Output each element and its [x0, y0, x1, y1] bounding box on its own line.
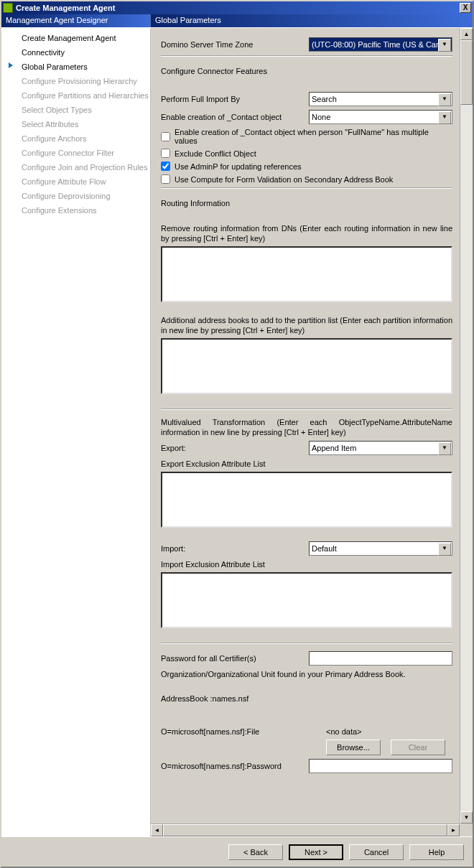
cb-enable-fullname[interactable]: [161, 132, 170, 141]
nav-item[interactable]: Create Management Agent: [1, 31, 150, 45]
scroll-right-icon[interactable]: ►: [447, 824, 460, 836]
scroll-thumb-h[interactable]: [163, 824, 447, 836]
timezone-select[interactable]: (UTC-08:00) Pacific Time (US & Can: [309, 37, 452, 52]
certifier-password-input[interactable]: [309, 651, 452, 666]
password2-label: O=microsoft[names.nsf]:Password: [161, 762, 309, 770]
nav-item: Configure Attribute Flow: [1, 174, 150, 189]
certifier-password-label: Password for all Certifier(s): [161, 654, 309, 663]
help-button[interactable]: Help: [409, 844, 464, 860]
address-book-text: AddressBook :names.nsf: [161, 694, 452, 704]
connector-features-title: Configure Connector Features: [161, 67, 452, 75]
import-excl-textarea[interactable]: [161, 572, 452, 628]
addbooks-textarea[interactable]: [161, 338, 452, 394]
cb-use-adminp[interactable]: [161, 162, 170, 171]
nav-item: Configure Extensions: [1, 203, 150, 218]
routing-title: Routing Information: [161, 199, 452, 207]
column-headers: Management Agent Designer Global Paramet…: [1, 14, 473, 27]
addbooks-desc: Additional address books to add to the p…: [161, 315, 452, 335]
import-select[interactable]: Default: [309, 541, 452, 556]
scroll-corner: [460, 823, 473, 836]
export-excl-textarea[interactable]: [161, 472, 452, 528]
import-excl-label: Import Exclusion Attribute List: [161, 559, 452, 569]
cb-use-compute[interactable]: [161, 174, 170, 184]
content-header: Global Parameters: [151, 14, 473, 27]
clear-button[interactable]: Clear: [391, 739, 445, 755]
dialog-body: Create Management Agent Connectivity Glo…: [1, 27, 473, 836]
nav-item-current[interactable]: Global Parameters: [1, 60, 150, 74]
cancel-button[interactable]: Cancel: [349, 844, 404, 860]
routing-textarea[interactable]: [161, 246, 452, 302]
org-unit-text: Organization/Organizational Unit found i…: [161, 669, 452, 679]
import-label: Import:: [161, 544, 309, 553]
vertical-scrollbar[interactable]: ▲ ▼: [460, 28, 473, 823]
file-value: <no data>: [326, 727, 452, 736]
browse-button[interactable]: Browse...: [326, 739, 381, 755]
scroll-down-icon[interactable]: ▼: [460, 811, 473, 823]
app-icon: [3, 3, 13, 13]
main-panel: Domino Server Time Zone (UTC-08:00) Paci…: [151, 28, 473, 836]
cb-exclude-conflict[interactable]: [161, 149, 170, 158]
nav-item: Configure Deprovisioning: [1, 189, 150, 203]
export-label: Export:: [161, 444, 309, 452]
password2-input[interactable]: [309, 759, 452, 773]
nav-item: Select Object Types: [1, 103, 150, 117]
cb-use-adminp-label: Use AdminP for updating references: [175, 162, 302, 171]
multivalued-desc: Multivalued Transformation (Enter each O…: [161, 417, 452, 437]
dialog-window: Create Management Agent X Management Age…: [0, 0, 474, 868]
nav-item: Configure Join and Projection Rules: [1, 160, 150, 174]
next-button[interactable]: Next >: [289, 844, 343, 860]
separator: [161, 55, 452, 57]
nav-item: Configure Partitions and Hierarchies: [1, 88, 150, 103]
close-icon[interactable]: X: [460, 3, 471, 13]
scroll-up-icon[interactable]: ▲: [460, 28, 473, 40]
cb-use-compute-label: Use Compute for Form Validation on Secon…: [175, 175, 393, 184]
nav-item: Configure Provisioning Hierarchy: [1, 74, 150, 88]
export-excl-label: Export Exclusion Attribute List: [161, 459, 452, 469]
title-bar: Create Management Agent X: [1, 1, 473, 14]
separator: [161, 187, 452, 189]
separator: [161, 409, 452, 410]
dialog-footer: < Back Next > Cancel Help: [1, 836, 473, 867]
full-import-select[interactable]: Search: [309, 92, 452, 106]
timezone-label: Domino Server Time Zone: [161, 40, 309, 49]
nav-item: Configure Connector Filter: [1, 146, 150, 160]
nav-item: Configure Anchors: [1, 131, 150, 146]
enable-creation-label: Enable creation of _Contact object: [161, 113, 309, 121]
file-label: O=microsoft[names.nsf]:File: [161, 727, 326, 736]
horizontal-scrollbar[interactable]: ◄ ►: [151, 823, 460, 836]
back-button[interactable]: < Back: [228, 844, 283, 860]
nav-item: Select Attributes: [1, 117, 150, 131]
nav-item[interactable]: Connectivity: [1, 45, 150, 60]
window-title: Create Management Agent: [16, 4, 460, 12]
full-import-label: Perform Full Import By: [161, 95, 309, 103]
routing-desc: Remove routing information from DNs (Ent…: [161, 223, 452, 243]
scroll-left-icon[interactable]: ◄: [151, 824, 163, 836]
separator: [161, 643, 452, 644]
form-scroll-area: Domino Server Time Zone (UTC-08:00) Paci…: [151, 28, 460, 823]
cb-exclude-conflict-label: Exclude Conflict Object: [175, 149, 256, 158]
enable-creation-select[interactable]: None: [309, 110, 452, 124]
export-select[interactable]: Append Item: [309, 441, 452, 455]
cb-enable-fullname-label: Enable creation of _Contact object when …: [175, 128, 452, 145]
wizard-nav: Create Management Agent Connectivity Glo…: [1, 28, 151, 836]
scroll-thumb[interactable]: [460, 40, 473, 105]
nav-header: Management Agent Designer: [1, 14, 151, 27]
